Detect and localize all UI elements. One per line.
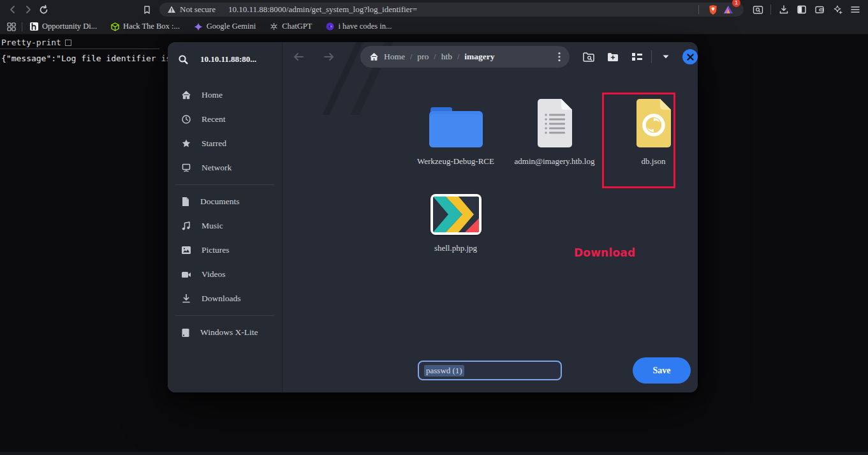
sidebar-item-videos[interactable]: Videos xyxy=(168,262,282,287)
breadcrumb-imagery[interactable]: imagery xyxy=(464,52,494,62)
sidebar-item-label: Pictures xyxy=(202,245,230,255)
search-tabs-button[interactable] xyxy=(750,2,765,17)
filename-input[interactable]: passwd (1) xyxy=(418,361,562,380)
clock-icon xyxy=(181,114,191,124)
reload-button[interactable] xyxy=(36,2,51,17)
file-label: shell.php.jpg xyxy=(434,243,477,253)
wallet-icon xyxy=(814,4,825,15)
bookmark-label: Opportunity Di... xyxy=(42,22,97,31)
bookmarks-separator xyxy=(22,22,22,31)
taskbar-strip xyxy=(0,452,868,455)
bookmark-label: i have codes in... xyxy=(338,22,392,31)
brave-shield-icon xyxy=(708,4,718,15)
sparkle-icon xyxy=(832,4,843,15)
sidebar-item-music[interactable]: Music xyxy=(168,214,282,238)
bookmark-label: Google Gemini xyxy=(207,22,256,31)
new-folder-button[interactable] xyxy=(605,49,621,64)
pretty-print-label: Pretty-print xyxy=(1,38,61,47)
log-file-icon xyxy=(536,87,574,148)
filename-selected-text: passwd (1) xyxy=(424,365,464,377)
wallet-button[interactable] xyxy=(812,2,827,17)
back-arrow-icon xyxy=(292,52,305,62)
file-werkzeug-debug-rce[interactable]: Werkzeug-Debug-RCE xyxy=(406,87,505,174)
file-save-dialog: 10.10.11.88:80... Home Recent Starred N xyxy=(168,42,698,392)
sidebar-item-home[interactable]: Home xyxy=(168,83,282,107)
view-dropdown-button[interactable] xyxy=(658,49,673,64)
bookmark-label: ChatGPT xyxy=(282,22,312,31)
folder-search-icon xyxy=(582,52,595,63)
search-icon[interactable] xyxy=(178,54,189,65)
toolbar-separator xyxy=(770,4,771,15)
brave-rewards-button[interactable]: 1 xyxy=(721,2,736,17)
rewards-badge: 1 xyxy=(732,0,740,7)
file-label: admin@imagery.htb.log xyxy=(515,156,595,167)
music-note-icon xyxy=(181,221,191,231)
menu-button[interactable] xyxy=(848,2,863,17)
split-view-icon xyxy=(797,4,807,15)
video-camera-icon xyxy=(181,271,191,279)
dialog-back-button[interactable] xyxy=(290,48,307,65)
pretty-print-divider xyxy=(0,48,159,49)
security-label: Not secure xyxy=(180,4,216,15)
sidebar-item-pictures[interactable]: Pictures xyxy=(168,238,282,262)
bookmark-this-page-button[interactable] xyxy=(139,2,154,17)
sidebar-item-starred[interactable]: Starred xyxy=(168,131,282,156)
save-button[interactable]: Save xyxy=(633,357,691,384)
forward-arrow-icon xyxy=(323,52,335,62)
downloads-button[interactable] xyxy=(776,2,791,17)
sidebar-item-label: Documents xyxy=(200,197,240,207)
view-mode-button[interactable] xyxy=(629,49,645,64)
breadcrumb-separator: / xyxy=(457,52,459,62)
bookmarks-bar: Opportunity Di... Hack The Box :... Goog… xyxy=(0,19,868,34)
file-admin-log[interactable]: admin@imagery.htb.log xyxy=(505,87,604,174)
brave-shield-button[interactable] xyxy=(705,2,721,17)
bookmark-opportunity[interactable]: Opportunity Di... xyxy=(29,20,98,33)
pretty-print-checkbox[interactable] xyxy=(65,40,71,46)
dialog-forward-button[interactable] xyxy=(321,48,337,65)
file-label: Werkzeug-Debug-RCE xyxy=(417,156,494,167)
breadcrumb-home[interactable]: Home xyxy=(384,52,405,62)
sidebar-item-label: Windows X-Lite xyxy=(200,327,258,338)
breadcrumb-pro[interactable]: pro xyxy=(417,52,429,62)
apps-grid-icon xyxy=(7,22,16,31)
dialog-main: Home / pro / htb / imagery xyxy=(283,42,698,392)
breadcrumb: Home / pro / htb / imagery xyxy=(360,46,570,68)
bookmark-gemini[interactable]: Google Gemini xyxy=(193,20,257,33)
reload-icon xyxy=(38,4,49,15)
browser-toolbar: Not secure 10.10.11.88:8000/admin/get_sy… xyxy=(0,0,868,19)
forward-button[interactable] xyxy=(20,2,36,17)
apps-button[interactable] xyxy=(5,20,18,33)
sidebar-item-recent[interactable]: Recent xyxy=(168,107,282,131)
bookmark-icon xyxy=(142,5,152,15)
dialog-header-actions xyxy=(581,49,698,64)
sidebar-item-windows-x-lite[interactable]: Windows X-Lite xyxy=(168,320,282,345)
back-button[interactable] xyxy=(5,2,20,17)
sidebar-item-network[interactable]: Network xyxy=(168,156,282,180)
new-folder-icon xyxy=(607,52,619,63)
sidebar-toggle-button[interactable] xyxy=(794,2,809,17)
breadcrumb-htb[interactable]: htb xyxy=(441,52,452,62)
sidebar-item-documents[interactable]: Documents xyxy=(168,190,282,214)
bookmark-hackthebox[interactable]: Hack The Box :... xyxy=(110,20,181,33)
bookmark-chatgpt[interactable]: ChatGPT xyxy=(268,20,313,33)
home-icon xyxy=(369,52,379,61)
file-shell-php-jpg[interactable]: shell.php.jpg xyxy=(406,174,505,260)
openai-flower-icon xyxy=(270,22,278,31)
star-icon xyxy=(181,138,191,149)
search-folder-button[interactable] xyxy=(581,49,596,64)
address-bar[interactable]: Not secure 10.10.11.88:8000/admin/get_sy… xyxy=(159,3,744,17)
breadcrumb-menu-button[interactable] xyxy=(558,52,561,62)
file-db-json[interactable]: db.json xyxy=(604,87,698,174)
leo-ai-button[interactable] xyxy=(830,2,845,17)
bookmark-codes[interactable]: i have codes in... xyxy=(325,20,393,33)
close-button[interactable] xyxy=(682,49,698,64)
home-icon xyxy=(181,90,191,100)
back-arrow-icon xyxy=(8,4,18,15)
bookmark-label: Hack The Box :... xyxy=(123,22,180,31)
breadcrumb-separator: / xyxy=(410,52,412,62)
sidebar-item-downloads[interactable]: Downloads xyxy=(168,287,282,311)
hamburger-icon xyxy=(850,5,860,14)
json-file-icon xyxy=(635,87,673,148)
purple-chat-icon xyxy=(326,22,334,31)
disk-icon xyxy=(181,328,190,338)
